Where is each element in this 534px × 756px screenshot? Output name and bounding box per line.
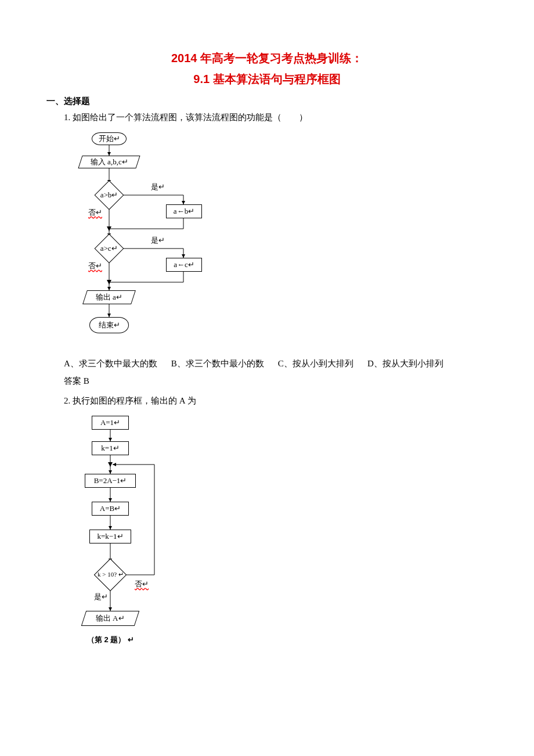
- fc2-bexpr: B=2A−1↵: [85, 474, 136, 488]
- doc-title-line-2: 9.1 基本算法语句与程序框图: [46, 70, 488, 88]
- fc2-a1: A=1↵: [92, 416, 129, 430]
- fc2-k1: k=1↵: [92, 441, 129, 455]
- fc2-cond-no: 否↵: [135, 578, 149, 591]
- fc2-cond-label: k > 10?: [98, 571, 117, 578]
- q1-option-d: D、按从大到小排列: [367, 357, 443, 370]
- fc1-assign2-label: a←c: [174, 259, 188, 271]
- fc2-cond: k > 10? ↵: [94, 559, 127, 592]
- fc1-input: 输入 a,b,c↵: [78, 156, 140, 168]
- fc1-cond2-label: a>c: [100, 244, 111, 253]
- svg-marker-26: [108, 462, 113, 467]
- q1-stem: 1. 如图给出了一个算法流程图，该算法流程图的功能是（ ）: [64, 110, 488, 124]
- fc1-assign1-label: a←b: [174, 206, 188, 218]
- q2-flowchart: A=1↵ k=1↵ B=2A−1↵ A=B↵ k=k−1↵ k > 10? ↵ …: [64, 413, 192, 657]
- fc1-start: 开始↵: [92, 132, 127, 145]
- section-heading: 一、选择题: [46, 94, 488, 108]
- fc1-start-label: 开始: [99, 133, 114, 145]
- fc2-a1-label: A=1: [100, 417, 114, 429]
- fc1-output: 输出 a↵: [82, 290, 136, 304]
- q2-stem: 2. 执行如图的程序框，输出的 A 为: [64, 394, 488, 408]
- q1-options: A、求三个数中最大的数 B、求三个数中最小的数 C、按从小到大排列 D、按从大到…: [64, 357, 488, 370]
- fc2-ab: A=B↵: [92, 502, 129, 516]
- fc1-cond1-no: 否↵: [88, 207, 102, 219]
- svg-marker-16: [107, 280, 111, 285]
- fc1-end: 结束↵: [89, 317, 129, 333]
- fc1-cond1-yes: 是↵: [151, 181, 165, 193]
- fc1-output-label: 输出 a: [96, 293, 116, 301]
- svg-marker-15: [107, 226, 111, 231]
- fc2-bexpr-label: B=2A−1: [94, 475, 121, 487]
- q1-option-b: B、求三个数中最小的数: [171, 357, 264, 370]
- fc2-cond-yes: 是↵: [94, 591, 108, 603]
- fc2-output: 输出 A↵: [81, 611, 139, 626]
- fc1-cond2-yes: 是↵: [151, 235, 165, 247]
- fc1-assign1: a←b↵: [166, 204, 202, 218]
- fc1-end-label: 结束: [99, 321, 114, 329]
- fc2-ab-label: A=B: [100, 503, 114, 515]
- q1-option-c: C、按从小到大排列: [278, 357, 353, 370]
- fc1-cond2-no: 否↵: [88, 260, 102, 272]
- fc1-input-label: 输入 a,b,c: [91, 157, 122, 166]
- fc1-assign2: a←c↵: [166, 258, 202, 272]
- fc1-cond1-label: a>b: [100, 190, 112, 199]
- fc1-cond2: a>c↵: [95, 234, 124, 264]
- fc2-caption: （第 2 题） ↵: [87, 634, 134, 646]
- q1-option-a: A、求三个数中最大的数: [64, 357, 157, 370]
- doc-title-line-1: 2014 年高考一轮复习考点热身训练：: [46, 49, 488, 67]
- fc1-cond1: a>b↵: [95, 181, 124, 210]
- fc2-k1-label: k=1: [101, 442, 113, 455]
- fc2-kinc-label: k=k−1: [97, 531, 117, 543]
- q1-flowchart: 开始↵ 输入 a,b,c↵ a>b↵ 是↵ 否↵ a←b↵ a>c↵ 是↵ 否↵…: [64, 130, 215, 351]
- fc2-output-label: 输出 A: [96, 614, 118, 622]
- fc2-kinc: k=k−1↵: [89, 530, 131, 543]
- q1-answer: 答案 B: [64, 374, 488, 388]
